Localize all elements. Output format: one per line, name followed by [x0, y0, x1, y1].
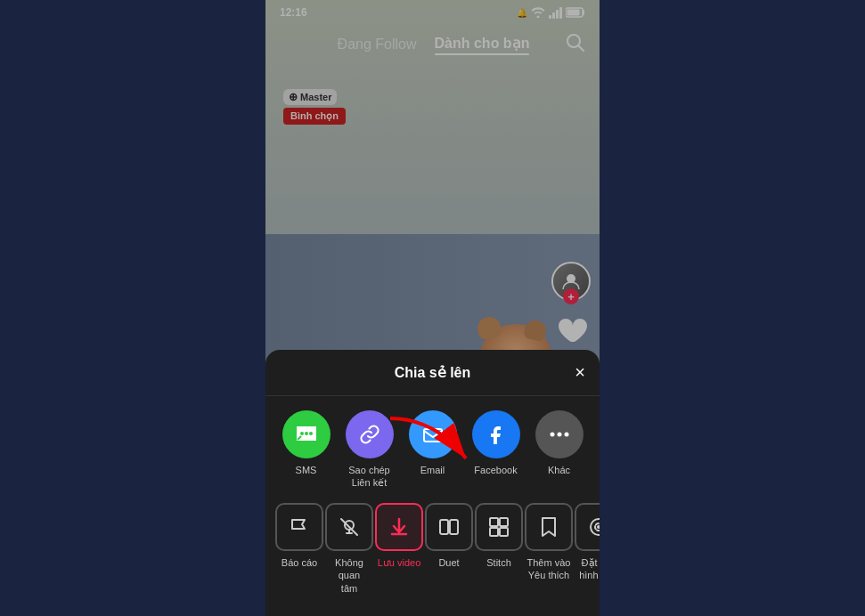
- svg-point-25: [598, 526, 600, 528]
- svg-rect-18: [450, 520, 458, 534]
- svg-point-8: [300, 432, 304, 435]
- action-duet[interactable]: Duet: [424, 503, 474, 595]
- svg-rect-20: [500, 518, 508, 526]
- wallpaper-icon: [575, 503, 600, 551]
- svg-point-10: [309, 432, 313, 435]
- sms-label: SMS: [296, 464, 317, 476]
- share-header: Chia sẻ lên ×: [265, 350, 600, 396]
- action-report[interactable]: Báo cáo: [274, 503, 324, 595]
- share-sms[interactable]: SMS: [282, 410, 331, 490]
- share-icons-row-1: SMS Sao chépLiên kết E: [265, 396, 600, 497]
- more-label: Khác: [548, 464, 570, 476]
- svg-rect-17: [440, 520, 448, 534]
- favorite-icon: [525, 503, 573, 551]
- wallpaper-label: Đặt làmhình nền: [579, 556, 600, 582]
- close-icon[interactable]: ×: [575, 363, 585, 381]
- svg-point-15: [345, 521, 354, 530]
- duet-label: Duet: [438, 556, 459, 569]
- share-sheet: Chia sẻ lên × SMS: [265, 350, 600, 616]
- svg-point-14: [564, 432, 568, 436]
- report-label: Báo cáo: [282, 556, 317, 569]
- stitch-label: Stitch: [486, 556, 511, 569]
- email-label: Email: [420, 464, 445, 476]
- action-not-interested[interactable]: Không quantâm: [324, 503, 374, 595]
- save-video-icon: [375, 503, 423, 551]
- action-save-video[interactable]: Lưu video: [374, 503, 424, 595]
- facebook-icon: [472, 410, 520, 458]
- svg-point-12: [550, 432, 554, 436]
- action-wallpaper[interactable]: Đặt làmhình nền: [574, 503, 600, 595]
- svg-rect-22: [500, 528, 508, 536]
- facebook-label: Facebook: [474, 464, 517, 476]
- share-email[interactable]: Email: [408, 410, 458, 490]
- stitch-icon: [475, 503, 523, 551]
- svg-point-9: [305, 432, 308, 435]
- link-icon: [346, 410, 394, 458]
- duet-icon: [425, 503, 473, 551]
- favorite-label: Thêm vàoYêu thích: [527, 556, 571, 582]
- share-icons-row-2: Báo cáo Không quantâm: [265, 496, 600, 598]
- phone-container: 12:16 🔔: [265, 0, 600, 616]
- more-icon: [535, 410, 583, 458]
- save-video-label: Lưu video: [378, 556, 421, 569]
- share-facebook[interactable]: Facebook: [471, 410, 521, 490]
- report-icon: [275, 503, 323, 551]
- action-stitch[interactable]: Stitch: [474, 503, 524, 595]
- not-interested-label: Không quantâm: [324, 556, 374, 595]
- svg-rect-21: [490, 528, 498, 536]
- svg-rect-11: [424, 429, 442, 442]
- share-more[interactable]: Khác: [535, 410, 584, 490]
- svg-point-13: [557, 432, 561, 436]
- copy-link-label: Sao chépLiên kết: [348, 464, 389, 490]
- share-copy-link[interactable]: Sao chépLiên kết: [345, 410, 395, 490]
- share-title: Chia sẻ lên: [395, 364, 471, 381]
- svg-rect-19: [490, 518, 498, 526]
- not-interested-icon: [325, 503, 373, 551]
- sms-icon: [282, 410, 330, 458]
- action-favorite[interactable]: Thêm vàoYêu thích: [524, 503, 574, 595]
- email-icon: [409, 410, 457, 458]
